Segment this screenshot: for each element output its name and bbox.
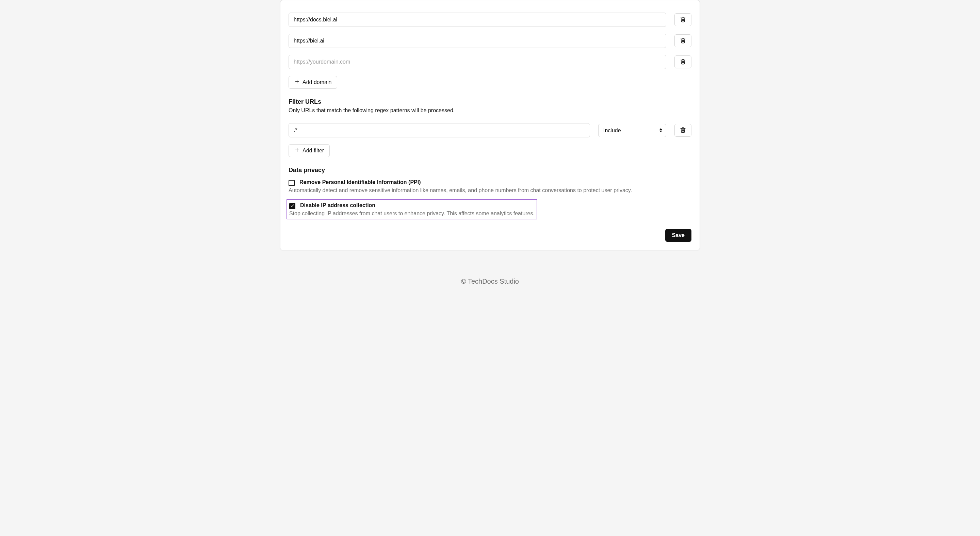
domain-row (288, 0, 692, 27)
plus-icon (294, 147, 300, 154)
filter-mode-select-wrap: Include (598, 124, 666, 137)
add-filter-button[interactable]: Add filter (288, 144, 330, 157)
ip-checkbox-row: Disable IP address collection (289, 202, 535, 209)
footer-text: © TechDocs Studio (280, 271, 700, 299)
add-filter-label: Add filter (302, 147, 324, 154)
ppi-checkbox-row: Remove Personal Identifiable Information… (288, 179, 692, 186)
delete-domain-button[interactable] (675, 13, 692, 26)
ppi-checkbox-label: Remove Personal Identifiable Information… (299, 179, 421, 186)
delete-filter-button[interactable] (675, 124, 692, 137)
filter-mode-select[interactable]: Include (598, 124, 666, 137)
check-icon (290, 203, 294, 209)
filter-urls-desc: Only URLs that match the following regex… (288, 108, 692, 114)
ip-highlight-box: Disable IP address collection Stop colle… (286, 199, 537, 219)
domain-input[interactable] (288, 13, 666, 27)
ip-checkbox[interactable] (289, 203, 295, 209)
ppi-checkbox-desc: Automatically detect and remove sensitiv… (288, 187, 692, 193)
save-button[interactable]: Save (665, 229, 692, 242)
domain-row (288, 34, 692, 48)
trash-icon (680, 16, 686, 24)
filter-row: Include (288, 123, 692, 137)
domain-input[interactable] (288, 34, 666, 48)
add-domain-label: Add domain (302, 79, 331, 86)
plus-icon (294, 79, 300, 86)
domain-input[interactable] (288, 55, 666, 69)
trash-icon (680, 37, 686, 44)
delete-domain-button[interactable] (675, 34, 692, 47)
ppi-checkbox[interactable] (288, 180, 295, 186)
settings-card: Add domain Filter URLs Only URLs that ma… (280, 0, 700, 250)
add-domain-button[interactable]: Add domain (288, 76, 337, 89)
filter-urls-title: Filter URLs (288, 98, 692, 105)
delete-domain-button[interactable] (675, 56, 692, 68)
trash-icon (680, 127, 686, 134)
data-privacy-title: Data privacy (288, 167, 692, 174)
domain-row (288, 55, 692, 69)
filter-pattern-input[interactable] (288, 123, 590, 137)
ip-checkbox-label: Disable IP address collection (300, 202, 375, 208)
ip-checkbox-desc: Stop collecting IP addresses from chat u… (289, 211, 535, 217)
trash-icon (680, 59, 686, 66)
